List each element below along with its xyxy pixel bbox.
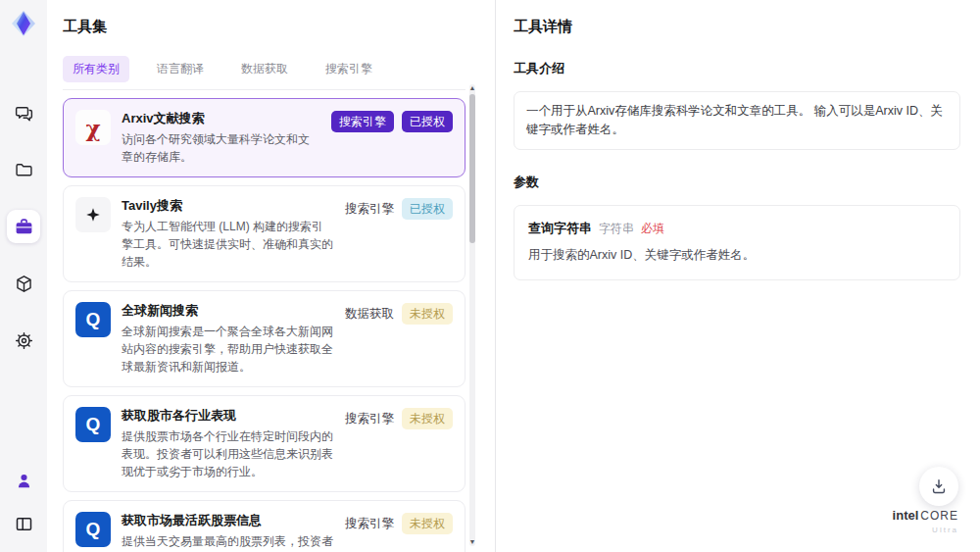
tool-description: 全球新闻搜索是一个聚合全球各大新闻网站内容的搜索引擎，帮助用户快速获取全球最新资… bbox=[122, 323, 334, 376]
param-name: 查询字符串 bbox=[528, 220, 592, 237]
param-required-badge: 必填 bbox=[641, 221, 664, 237]
user-account-icon[interactable] bbox=[7, 464, 40, 497]
active-stocks-logo-icon: Q bbox=[75, 512, 111, 547]
scroll-up-arrow-icon[interactable]: ▲ bbox=[468, 84, 476, 92]
auth-status-badge: 未授权 bbox=[402, 513, 453, 534]
tool-description: 专为人工智能代理 (LLM) 构建的搜索引擎工具。可快速提供实时、准确和真实的结… bbox=[122, 218, 334, 271]
stock-industry-logo-icon: Q bbox=[75, 407, 111, 442]
app-window: 工具集 所有类别 语言翻译 数据获取 搜索引擎 χ Arxiv文献搜索 访问各个… bbox=[0, 0, 980, 552]
tool-card-active-stocks[interactable]: Q 获取市场最活跃股票信息 提供当天交易量最高的股票列表，投资者可以利用这些信息… bbox=[63, 500, 466, 552]
intel-brand-text: intel bbox=[893, 508, 919, 523]
auth-status-badge: 已授权 bbox=[402, 198, 453, 220]
chat-icon[interactable] bbox=[7, 96, 40, 129]
tool-description: 提供股票市场各个行业在特定时间段内的表现。投资者可以利用这些信息来识别表现优于或… bbox=[122, 427, 334, 480]
toolbox-icon[interactable] bbox=[7, 210, 40, 243]
tool-card-global-news[interactable]: Q 全球新闻搜索 全球新闻搜索是一个聚合全球各大新闻网站内容的搜索引擎，帮助用户… bbox=[63, 290, 466, 387]
params-heading: 参数 bbox=[514, 174, 960, 191]
detail-title: 工具详情 bbox=[514, 18, 960, 36]
tool-name: 获取股市各行业表现 bbox=[122, 407, 334, 424]
auth-status-badge: 未授权 bbox=[402, 303, 453, 325]
tool-card-arxiv[interactable]: χ Arxiv文献搜索 访问各个研究领域大量科学论文和文章的存储库。 搜索引擎 … bbox=[63, 98, 466, 177]
param-type: 字符串 bbox=[599, 221, 634, 237]
tool-description: 提供当天交易量最高的股票列表，投资者可以利用这些信息来识别流动性强的股票和潜在的… bbox=[122, 532, 334, 552]
category-label: 搜索引擎 bbox=[345, 516, 394, 532]
tool-card-tavily[interactable]: Tavily搜索 专为人工智能代理 (LLM) 构建的搜索引擎工具。可快速提供实… bbox=[63, 185, 466, 282]
tool-list-panel: 工具集 所有类别 语言翻译 数据获取 搜索引擎 χ Arxiv文献搜索 访问各个… bbox=[47, 0, 495, 552]
core-brand-text: CORE bbox=[920, 509, 958, 523]
tool-name: 获取市场最活跃股票信息 bbox=[122, 512, 334, 528]
category-label: 数据获取 bbox=[345, 306, 394, 323]
category-label: 搜索引擎 bbox=[345, 201, 394, 218]
tab-data-fetching[interactable]: 数据获取 bbox=[231, 56, 298, 82]
folder-icon[interactable] bbox=[7, 153, 40, 186]
tool-detail-panel: 工具详情 工具介绍 一个用于从Arxiv存储库搜索科学论文和文章的工具。 输入可… bbox=[495, 0, 980, 552]
scroll-down-arrow-icon[interactable]: ▼ bbox=[468, 538, 476, 546]
tool-name: 全球新闻搜索 bbox=[122, 302, 334, 319]
tool-description: 访问各个研究领域大量科学论文和文章的存储库。 bbox=[122, 130, 320, 166]
icon-rail bbox=[0, 0, 47, 552]
tool-name: Arxiv文献搜索 bbox=[122, 110, 320, 126]
scrollbar-thumb[interactable] bbox=[469, 94, 475, 243]
param-card: 查询字符串 字符串 必填 用于搜索的Arxiv ID、关键字或作者姓名。 bbox=[514, 205, 960, 280]
auth-status-badge: 未授权 bbox=[402, 408, 453, 429]
intel-core-logo: intelCORE Ultra bbox=[893, 508, 958, 536]
param-description: 用于搜索的Arxiv ID、关键字或作者姓名。 bbox=[528, 247, 946, 264]
tool-intro-text: 一个用于从Arxiv存储库搜索科学论文和文章的工具。 输入可以是Arxiv ID… bbox=[514, 91, 960, 150]
ultra-brand-text: Ultra bbox=[893, 524, 958, 536]
tool-list: χ Arxiv文献搜索 访问各个研究领域大量科学论文和文章的存储库。 搜索引擎 … bbox=[63, 89, 466, 552]
arxiv-logo-icon: χ bbox=[75, 110, 111, 145]
scrollbar-track[interactable]: ▲ ▼ bbox=[469, 84, 475, 546]
tab-search-engine[interactable]: 搜索引擎 bbox=[316, 56, 382, 82]
intro-heading: 工具介绍 bbox=[514, 60, 960, 77]
tavily-star-icon bbox=[75, 197, 111, 232]
page-title: 工具集 bbox=[63, 18, 466, 36]
settings-gear-icon[interactable] bbox=[7, 324, 40, 357]
download-icon bbox=[929, 477, 949, 496]
auth-status-badge: 已授权 bbox=[402, 111, 453, 132]
category-label: 搜索引擎 bbox=[345, 411, 394, 427]
tool-name: Tavily搜索 bbox=[122, 197, 334, 214]
category-badge: 搜索引擎 bbox=[331, 111, 394, 132]
category-tabs: 所有类别 语言翻译 数据获取 搜索引擎 bbox=[63, 56, 466, 82]
panel-toggle-icon[interactable] bbox=[7, 507, 40, 540]
global-news-logo-icon: Q bbox=[75, 302, 111, 337]
app-logo-gem-icon bbox=[8, 8, 39, 39]
tab-language-translation[interactable]: 语言翻译 bbox=[147, 56, 214, 82]
tool-card-stock-industry[interactable]: Q 获取股市各行业表现 提供股票市场各个行业在特定时间段内的表现。投资者可以利用… bbox=[63, 395, 466, 492]
tab-all-categories[interactable]: 所有类别 bbox=[63, 56, 129, 82]
download-button[interactable] bbox=[919, 467, 958, 506]
cube-icon[interactable] bbox=[7, 267, 40, 300]
